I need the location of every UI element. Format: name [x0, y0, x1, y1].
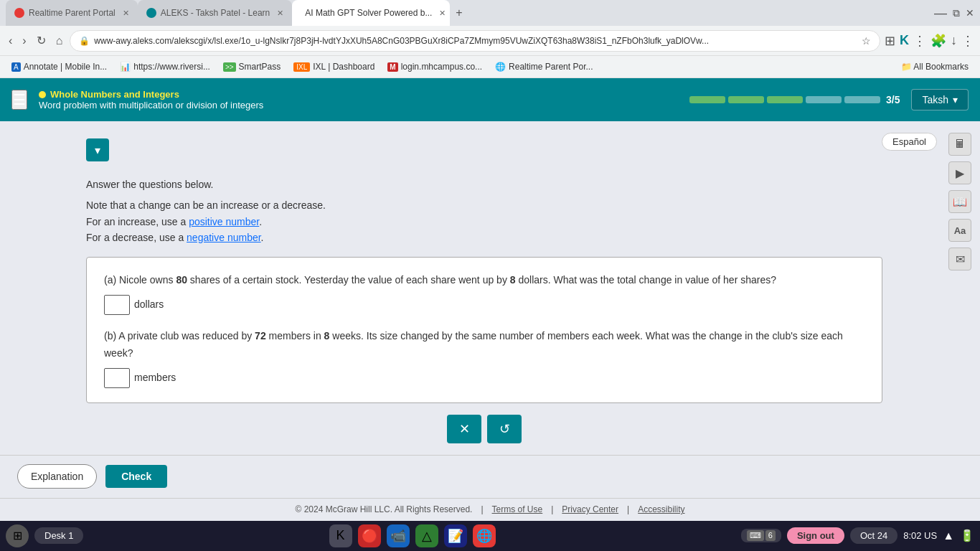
bookmark-favicon-6: 🌐: [495, 62, 506, 72]
download-icon[interactable]: ↓: [951, 33, 957, 48]
espanol-button[interactable]: Español: [882, 133, 937, 151]
progress-seg-5: [844, 96, 880, 103]
extensions-icon[interactable]: ⊞: [885, 33, 895, 49]
desk-button[interactable]: Desk 1: [34, 527, 83, 544]
hamburger-menu-button[interactable]: ☰: [11, 90, 27, 110]
new-tab-button[interactable]: +: [450, 6, 468, 19]
progress-section: 3/5: [689, 94, 900, 105]
clear-icon: ✕: [459, 421, 470, 437]
reference-icon-button[interactable]: 📖: [948, 190, 971, 213]
note-line3-suffix: .: [261, 232, 264, 243]
unit-label-b: members: [134, 369, 176, 387]
calculator-icon-button[interactable]: 🖩: [948, 133, 971, 156]
klipboard-taskbar-icon[interactable]: K: [329, 524, 352, 547]
bookmark-star-icon[interactable]: ☆: [862, 35, 871, 47]
minimize-button[interactable]: —: [934, 6, 947, 21]
maximize-button[interactable]: ⧉: [953, 7, 960, 19]
notes-taskbar-icon[interactable]: 📝: [444, 524, 467, 547]
question-b-input-row: members: [104, 368, 176, 388]
tab-close-2[interactable]: ✕: [277, 9, 283, 18]
taskbar: ⊞ Desk 1 K 🔴 📹 △ 📝 🌐 ⌨ 6 Sign out Oct 24: [0, 521, 980, 551]
bookmark-label-2: https://www.riversi...: [133, 62, 210, 72]
answer-input-b[interactable]: [104, 368, 130, 388]
aleks-app: ☰ Whole Numbers and Integers Word proble…: [0, 78, 980, 521]
settings-icon[interactable]: ⋮: [961, 33, 974, 49]
tab-label-ai: AI Math GPT Solver Powered b...: [305, 8, 432, 18]
qb-num1: 72: [255, 330, 266, 342]
sign-out-button[interactable]: Sign out: [787, 527, 844, 544]
answer-input-a[interactable]: [104, 295, 130, 315]
drive-taskbar-icon[interactable]: △: [415, 524, 438, 547]
font-icon-button[interactable]: Aa: [948, 219, 971, 242]
clear-button[interactable]: ✕: [447, 415, 481, 443]
chrome-taskbar-icon[interactable]: 🌐: [473, 524, 496, 547]
accessibility-link[interactable]: Accessibility: [638, 504, 684, 514]
bookmark-favicon-5: M: [387, 62, 397, 72]
bookmark-annotate[interactable]: A Annotate | Mobile In...: [6, 60, 113, 73]
bookmark-ixl[interactable]: IXL IXL | Dashboard: [288, 60, 380, 73]
reload-button[interactable]: ↻: [34, 31, 49, 50]
forward-button[interactable]: ›: [19, 32, 29, 50]
unit-label-a: dollars: [134, 296, 164, 314]
positive-number-link[interactable]: positive number: [189, 216, 259, 227]
undo-button[interactable]: ↺: [487, 415, 522, 443]
terms-of-use-link[interactable]: Terms of Use: [492, 504, 543, 514]
home-button[interactable]: ⌂: [53, 32, 66, 50]
meet-taskbar-icon[interactable]: 📹: [387, 524, 410, 547]
bookmark-label-4: IXL | Dashboard: [313, 62, 374, 72]
topic-dot-icon: [39, 91, 46, 98]
battery-icon: 🔋: [960, 529, 974, 542]
bookmark-label-3: SmartPass: [239, 62, 281, 72]
bookmark-realtime[interactable]: 🌐 Realtime Parent Por...: [489, 60, 598, 73]
keyboard-num: 6: [765, 530, 776, 541]
right-panel: 🖩 ▶ 📖 Aa ✉: [940, 121, 980, 455]
tab-close-3[interactable]: ✕: [439, 9, 446, 18]
note-section: Note that a change can be an increase or…: [86, 197, 882, 245]
bookmark-rivers[interactable]: 📊 https://www.riversi...: [114, 60, 216, 73]
question-part-b: (b) A private club was reduced by 72 mem…: [104, 328, 864, 388]
tab-realtime-portal[interactable]: Realtime Parent Portal ✕: [6, 0, 138, 26]
taskbar-apps-button[interactable]: ⊞: [6, 524, 29, 547]
bookmark-mhcampus[interactable]: M login.mhcampus.co...: [382, 60, 488, 73]
negative-number-link[interactable]: negative number: [187, 232, 261, 243]
note-line2-suffix: .: [259, 216, 262, 227]
back-button[interactable]: ‹: [6, 32, 15, 50]
klipboard-icon[interactable]: K: [900, 33, 909, 48]
question-b-text: (b) A private club was reduced by 72 mem…: [104, 328, 864, 362]
tab-close-1[interactable]: ✕: [123, 9, 129, 18]
all-bookmarks-button[interactable]: 📁 All Bookmarks: [895, 60, 974, 73]
date-button[interactable]: Oct 24: [850, 527, 897, 544]
message-icon-button[interactable]: ✉: [948, 248, 971, 270]
bookmark-label: Annotate | Mobile In...: [24, 62, 108, 72]
progress-seg-1: [689, 96, 725, 103]
snapdrop-taskbar-icon[interactable]: 🔴: [358, 524, 381, 547]
collapse-toggle-button[interactable]: ▾: [86, 138, 109, 161]
tab-aleks[interactable]: ALEKS - Taksh Patel - Learn ✕: [138, 0, 293, 26]
bookmark-smartpass[interactable]: >> SmartPass: [217, 60, 286, 73]
user-menu-button[interactable]: Taksh ▾: [911, 89, 969, 110]
tab-label-aleks: ALEKS - Taksh Patel - Learn: [161, 8, 270, 18]
close-button[interactable]: ✕: [966, 7, 974, 19]
espanol-label: Español: [892, 136, 926, 147]
tab-ai-math[interactable]: AI Math GPT Solver Powered b... ✕: [292, 0, 450, 26]
question-a-text: (a) Nicole owns 80 shares of a certain s…: [104, 272, 864, 289]
puzzle-icon[interactable]: 🧩: [930, 33, 946, 49]
instruction-text: Answer the questions below.: [86, 179, 882, 190]
footer-separator-2: |: [551, 504, 553, 514]
play-icon-button[interactable]: ▶: [948, 161, 971, 184]
explanation-label: Explanation: [31, 471, 83, 482]
browser-frame: Realtime Parent Portal ✕ ALEKS - Taksh P…: [0, 0, 980, 551]
url-bar[interactable]: 🔒 www-awy.aleks.com/alekscgi/x/lsl.exe/1…: [70, 30, 880, 52]
explanation-button[interactable]: Explanation: [17, 464, 97, 489]
check-button[interactable]: Check: [105, 465, 167, 488]
note-line3-prefix: For a decrease, use a: [86, 232, 187, 243]
privacy-center-link[interactable]: Privacy Center: [562, 504, 618, 514]
keyboard-indicator[interactable]: ⌨ 6: [741, 529, 781, 542]
date-label: Oct 24: [860, 530, 887, 541]
note-line2-prefix: For an increase, use a: [86, 216, 189, 227]
qa-mid: shares of a certain stock. Yesterday the…: [187, 274, 510, 286]
footer-separator-1: |: [481, 504, 483, 514]
wifi-icon: ▲: [943, 529, 954, 542]
menu-dots-icon[interactable]: ⋮: [913, 33, 926, 49]
note-line3: For a decrease, use a negative number.: [86, 230, 882, 245]
